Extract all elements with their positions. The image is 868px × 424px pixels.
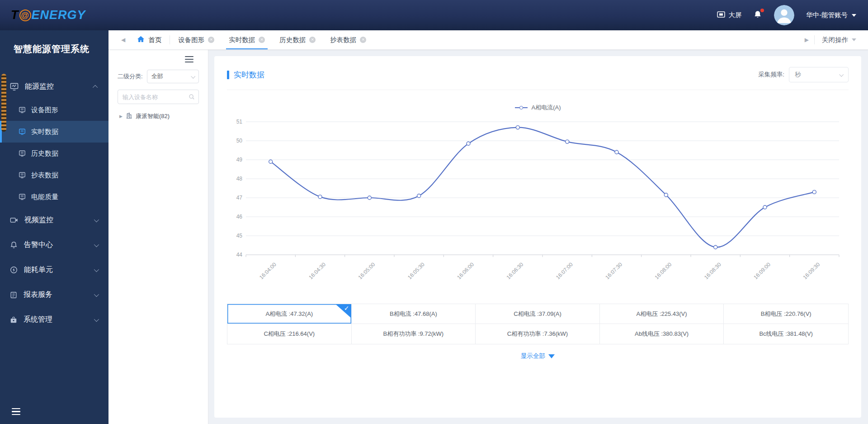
tree-node-kangpai[interactable]: ▶ 康派智能(82) xyxy=(118,112,199,120)
sidebar-item-报表服务[interactable]: 报表服务 xyxy=(0,282,108,307)
avatar[interactable] xyxy=(774,5,794,25)
building-icon xyxy=(126,112,132,120)
sidebar-subitem-label: 设备图形 xyxy=(31,106,58,114)
close-icon[interactable]: × xyxy=(259,37,265,43)
svg-text:16:08:30: 16:08:30 xyxy=(703,261,722,281)
sidebar-subitem-label: 电能质量 xyxy=(31,193,58,201)
sidebar-subitem-设备图形[interactable]: 设备图形 xyxy=(0,99,108,121)
monitor-icon xyxy=(717,11,725,19)
svg-text:16:06:30: 16:06:30 xyxy=(505,261,524,281)
measurement-cell[interactable]: Ab线电压 :380.83(V) xyxy=(600,324,724,344)
sidebar-subitem-历史数据[interactable]: 历史数据 xyxy=(0,143,108,164)
collapse-sidebar-button[interactable] xyxy=(12,408,20,415)
close-icon[interactable]: × xyxy=(208,37,214,43)
svg-text:16:09:00: 16:09:00 xyxy=(752,261,772,281)
svg-text:49: 49 xyxy=(236,157,243,163)
big-screen-button[interactable]: 大屏 xyxy=(717,11,741,19)
sidebar-footer xyxy=(0,403,108,424)
measurement-cell[interactable]: Bc线电压 :381.48(V) xyxy=(724,324,848,344)
tabbar-divider-right xyxy=(814,35,815,44)
tree-expand-icon[interactable]: ▶ xyxy=(119,114,123,119)
close-icon[interactable]: × xyxy=(360,37,366,43)
frequency-label: 采集频率: xyxy=(758,71,784,79)
home-icon xyxy=(137,36,145,44)
history-data-icon xyxy=(19,150,26,157)
notifications-button[interactable] xyxy=(753,10,762,21)
svg-text:16:04:30: 16:04:30 xyxy=(307,261,327,281)
svg-text:51: 51 xyxy=(236,119,243,125)
tab-label: 设备图形 xyxy=(178,36,204,44)
measurement-cell[interactable]: A相电压 :225.43(V) xyxy=(600,304,724,324)
measurement-cell[interactable]: B相电流 :47.68(A) xyxy=(352,304,476,324)
app-root: T@ENERGY 大屏 华中-能管账号 智慧能源管理系统 能源监控设备图形实时数… xyxy=(0,0,868,424)
tab-label: 抄表数据 xyxy=(330,36,356,44)
tab-home[interactable]: 首页 xyxy=(130,30,169,49)
header-right: 大屏 华中-能管账号 xyxy=(717,5,856,25)
chevron-down-icon xyxy=(191,74,195,78)
svg-text:16:05:00: 16:05:00 xyxy=(357,261,376,281)
caret-down-icon xyxy=(852,14,856,17)
measurement-cell[interactable]: A相电流 :47.32(A) xyxy=(227,304,352,324)
logo: T@ENERGY xyxy=(11,8,86,22)
svg-text:50: 50 xyxy=(236,138,243,144)
tabbar-divider xyxy=(170,35,170,44)
tab-抄表数据[interactable]: 抄表数据× xyxy=(326,30,370,49)
measurement-cell[interactable]: C相电压 :216.64(V) xyxy=(227,324,352,344)
sidebar-scrollbar[interactable] xyxy=(1,74,6,132)
measurement-cell[interactable]: C相电流 :37.09(A) xyxy=(476,304,600,324)
sidebar-item-告警中心[interactable]: 告警中心 xyxy=(0,233,108,257)
realtime-line-chart: 444546474849505116:04:0016:04:3016:05:00… xyxy=(227,114,849,297)
show-all-label: 显示全部 xyxy=(521,352,545,360)
sidebar-item-系统管理[interactable]: 系统管理 xyxy=(0,307,108,332)
category-value: 全部 xyxy=(151,72,191,81)
frequency-select[interactable]: 秒 xyxy=(789,67,849,82)
tab-设备图形[interactable]: 设备图形× xyxy=(175,30,218,49)
close-operations-label: 关闭操作 xyxy=(822,36,848,44)
sidebar-menu: 能源监控设备图形实时数据历史数据抄表数据电能质量视频监控告警中心能耗单元报表服务… xyxy=(0,74,108,332)
svg-text:47: 47 xyxy=(236,195,243,201)
tabs-scroll-left-button[interactable]: ◀ xyxy=(117,30,130,49)
tabs-scroll-right-button[interactable]: ▶ xyxy=(800,30,813,49)
device-tree: ▶ 康派智能(82) xyxy=(118,112,199,120)
measurement-cell[interactable]: C相有功功率 :7.36(kW) xyxy=(476,324,600,344)
close-operations-menu[interactable]: 关闭操作 xyxy=(816,30,860,49)
category-select[interactable]: 全部 xyxy=(147,70,199,83)
sidebar-subitem-实时数据[interactable]: 实时数据 xyxy=(0,121,108,143)
category-label: 二级分类: xyxy=(118,72,143,81)
sidebar-item-能源监控[interactable]: 能源监控 xyxy=(0,74,108,99)
chart-legend[interactable]: A相电流(A) xyxy=(227,104,849,112)
tab-历史数据[interactable]: 历史数据× xyxy=(276,30,319,49)
sidebar-item-label: 视频监控 xyxy=(24,215,53,225)
sidebar-subitem-label: 抄表数据 xyxy=(31,171,58,180)
sidebar-subitem-label: 实时数据 xyxy=(31,128,58,136)
legend-label: A相电流(A) xyxy=(532,104,561,112)
chevron-down-icon xyxy=(94,316,99,321)
sidebar-item-能耗单元[interactable]: 能耗单元 xyxy=(0,257,108,282)
sidebar-title: 智慧能源管理系统 xyxy=(0,30,108,55)
sidebar-subitem-抄表数据[interactable]: 抄表数据 xyxy=(0,164,108,186)
sidebar-subitem-电能质量[interactable]: 电能质量 xyxy=(0,186,108,208)
svg-text:16:09:30: 16:09:30 xyxy=(802,261,821,281)
chevron-down-icon xyxy=(94,291,99,296)
show-all-button[interactable]: 显示全部 xyxy=(227,352,849,360)
system-manage-icon xyxy=(10,316,17,324)
measurement-cell[interactable]: B相有功功率 :9.72(kW) xyxy=(352,324,476,344)
content: ◀ 首页 设备图形×实时数据×历史数据×抄表数据× ▶ 关闭操作 xyxy=(108,30,868,424)
energy-unit-icon xyxy=(10,266,18,274)
device-filter-panel: 二级分类: 全部 ▶ 康派智能(82) xyxy=(108,50,208,424)
device-search-input[interactable] xyxy=(118,90,199,104)
logo-at-icon: @ xyxy=(19,10,31,21)
frequency-value: 秒 xyxy=(795,71,840,79)
svg-text:16:06:00: 16:06:00 xyxy=(456,261,475,281)
svg-text:44: 44 xyxy=(236,252,243,258)
sidebar-item-label: 报表服务 xyxy=(24,290,52,300)
close-icon[interactable]: × xyxy=(309,37,316,43)
tabs: 设备图形×实时数据×历史数据×抄表数据× xyxy=(171,30,373,49)
account-menu[interactable]: 华中-能管账号 xyxy=(806,11,856,19)
collapse-panel-button[interactable] xyxy=(185,56,193,62)
tab-实时数据[interactable]: 实时数据× xyxy=(225,30,269,49)
measurement-cell[interactable]: B相电压 :220.76(V) xyxy=(724,304,848,324)
tree-node-label: 康派智能(82) xyxy=(136,112,170,120)
sidebar-item-视频监控[interactable]: 视频监控 xyxy=(0,208,108,233)
svg-text:16:07:30: 16:07:30 xyxy=(604,261,623,281)
